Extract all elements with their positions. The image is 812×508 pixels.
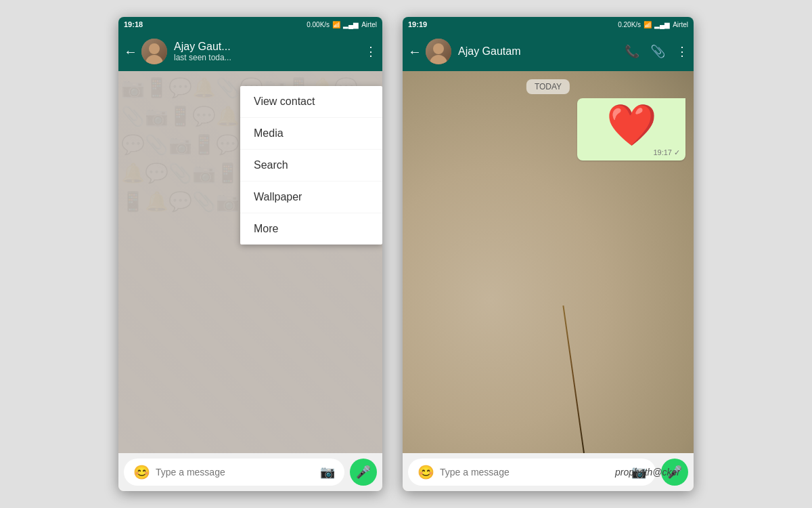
contact-avatar-left[interactable] [141,39,167,64]
contact-info-left[interactable]: Ajay Gaut... last seen toda... [174,41,365,62]
left-speed: 0.00K/s [307,21,330,28]
right-status-bar: 19:19 0.20K/s 📶 ▂▄▆ Airtel [403,17,694,32]
right-time: 19:19 [408,20,427,28]
right-chat-header: ← Ajay Gautam 📞 📎 ⋮ [403,32,694,71]
back-button-right[interactable]: ← [408,44,422,60]
menu-wallpaper[interactable]: Wallpaper [240,182,382,213]
left-time: 19:18 [124,20,143,28]
avatar-image-left [141,39,167,64]
menu-search[interactable]: Search [240,150,382,182]
wifi-icon: 📶 [332,21,340,28]
left-phone: 19:18 0.00K/s 📶 ▂▄▆ Airtel ← Ajay Gaut..… [118,17,382,491]
right-emoji-icon[interactable]: 😊 [418,464,434,480]
right-signal-icon: ▂▄▆ [654,21,670,28]
left-input-bar: 😊 📷 🎤 [118,453,382,491]
contact-name-left: Ajay Gaut... [174,41,365,53]
right-carrier: Airtel [673,21,688,28]
left-camera-icon[interactable]: 📷 [320,465,335,480]
left-message-input-wrap[interactable]: 😊 📷 [124,459,344,486]
paperclip-icon-right[interactable]: 📎 [650,44,665,59]
menu-view-contact[interactable]: View contact [240,86,382,118]
left-status-right: 0.00K/s 📶 ▂▄▆ Airtel [307,21,377,28]
stick-decoration [562,305,585,453]
more-options-icon-right[interactable]: ⋮ [676,44,688,59]
message-time: 19:17 ✓ [653,148,680,157]
signal-icon: ▂▄▆ [343,21,359,28]
left-message-input[interactable] [156,467,315,478]
right-message-input[interactable] [440,467,626,478]
avatar-image-right [426,39,451,64]
contact-name-right: Ajay Gautam [458,45,625,58]
left-emoji-icon[interactable]: 😊 [133,464,150,480]
header-icons-right: 📞 📎 ⋮ [625,44,688,59]
contact-avatar-right[interactable] [426,39,451,64]
right-speed: 0.20K/s [618,21,641,28]
dropdown-menu: View contact Media Search Wallpaper More [240,86,382,245]
more-options-icon-left[interactable]: ⋮ [365,44,377,59]
phone-icon-right[interactable]: 📞 [625,44,639,59]
header-icons-left: ⋮ [365,44,377,59]
back-button-left[interactable]: ← [124,44,137,60]
watermark: propheth@cker [615,467,680,478]
contact-status-left: last seen toda... [174,53,365,62]
contact-info-right[interactable]: Ajay Gautam [458,45,625,58]
left-carrier: Airtel [361,21,377,28]
right-status-right: 0.20K/s 📶 ▂▄▆ Airtel [618,21,688,28]
left-mic-button[interactable]: 🎤 [350,459,377,486]
right-phone: 19:19 0.20K/s 📶 ▂▄▆ Airtel ← Ajay Gautam… [403,17,694,491]
today-badge: TODAY [526,79,570,94]
right-chat-area: TODAY ❤️ 19:17 ✓ [403,71,694,453]
beach-background: TODAY ❤️ 19:17 ✓ [403,71,694,453]
message-bubble: ❤️ 19:17 ✓ [577,98,685,161]
heart-emoji: ❤️ [587,105,676,146]
left-status-bar: 19:18 0.00K/s 📶 ▂▄▆ Airtel [118,17,382,32]
right-wifi-icon: 📶 [644,21,652,28]
menu-more[interactable]: More [240,213,382,245]
left-chat-header: ← Ajay Gaut... last seen toda... ⋮ View … [118,32,382,71]
menu-media[interactable]: Media [240,118,382,150]
